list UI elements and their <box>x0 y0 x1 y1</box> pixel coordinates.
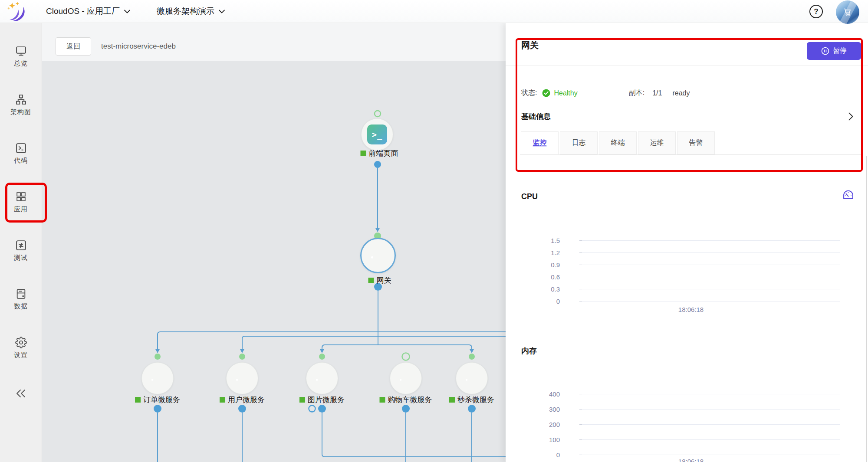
node-frontend[interactable]: >_ <box>361 118 393 151</box>
workspace-switcher[interactable]: 微服务架构演示 <box>157 6 225 17</box>
node-label-gateway: 网关 <box>368 275 391 285</box>
grid-row: 0 <box>525 297 840 305</box>
tab-monitoring[interactable]: 监控 <box>521 131 559 154</box>
workspace-title: 微服务架构演示 <box>157 6 214 17</box>
panel-tabs: 监控 日志 终端 运维 告警 <box>521 131 716 154</box>
gridline <box>582 394 840 394</box>
node-user[interactable] <box>226 362 258 394</box>
sidebar-item-label: 总览 <box>14 59 28 68</box>
sidebar-item-label: 架构图 <box>10 108 31 116</box>
grid-row: 200 <box>525 420 840 428</box>
chevron-down-icon <box>219 10 225 13</box>
replicas-value: 1/1 <box>652 89 662 97</box>
y-tick-label: 0 <box>525 451 560 459</box>
database-icon <box>15 288 27 300</box>
grid-row: 1.2 <box>525 249 840 256</box>
sidebar: 总览 架构图 代码 应用 测试 数据 设置 <box>0 23 42 462</box>
panel-title: 网关 <box>521 39 539 51</box>
node-label-user: 用户微服务 <box>220 395 265 405</box>
node-seckill[interactable] <box>456 362 488 394</box>
gridline <box>582 439 840 440</box>
y-tick-label: 0.3 <box>525 285 560 293</box>
node-label-image: 图片微服务 <box>299 395 345 405</box>
help-button[interactable]: ? <box>809 5 823 18</box>
docker-whale-icon <box>312 370 332 386</box>
docker-whale-icon <box>462 370 481 386</box>
replicas-label: 副本: <box>629 88 644 98</box>
pause-icon <box>821 47 829 55</box>
status-square-icon <box>220 397 225 403</box>
divider <box>506 65 868 66</box>
docker-whale-icon <box>233 370 252 386</box>
y-tick-label: 0.6 <box>525 273 560 281</box>
node-label-order: 订单微服务 <box>135 395 180 405</box>
sidebar-item-code[interactable]: 代码 <box>0 142 42 165</box>
monitor-icon <box>15 45 27 57</box>
app-header: CloudOS - 应用工厂 微服务架构演示 ? <box>0 0 868 23</box>
gridline <box>582 424 840 425</box>
tab-alerts[interactable]: 告警 <box>677 131 715 154</box>
docker-whale-icon <box>367 247 389 264</box>
status-value: Healthy <box>554 89 577 97</box>
sidebar-item-data[interactable]: 数据 <box>0 288 42 311</box>
cloudos-logo-icon <box>7 2 29 22</box>
help-glyph: ? <box>814 7 818 16</box>
connection-wires <box>42 61 506 462</box>
terminal-icon <box>15 142 27 154</box>
status-row: 状态: Healthy 副本: 1/1 ready <box>521 88 690 98</box>
sidebar-item-architecture[interactable]: 架构图 <box>0 94 42 116</box>
page-title: test-microservice-edeb <box>101 42 176 51</box>
sidebar-item-settings[interactable]: 设置 <box>0 337 42 359</box>
gridline <box>582 289 840 289</box>
x-tick-label: 18:06:18 <box>665 306 717 313</box>
gridline <box>582 455 840 455</box>
docker-whale-icon <box>396 370 415 386</box>
avatar[interactable] <box>836 0 859 24</box>
tab-terminal[interactable]: 终端 <box>599 131 637 154</box>
gauge-icon[interactable] <box>842 189 854 200</box>
grid-row: 300 <box>525 405 840 413</box>
status-square-icon <box>368 278 374 283</box>
docker-whale-icon <box>148 370 167 386</box>
y-tick-label: 100 <box>525 436 560 443</box>
node-order[interactable] <box>141 362 174 394</box>
grid-row: 100 <box>525 436 840 443</box>
tabs-baseline <box>520 154 861 155</box>
sidebar-item-test[interactable]: 测试 <box>0 239 42 262</box>
gridline <box>582 240 840 241</box>
sidebar-collapse-button[interactable] <box>0 389 42 398</box>
node-cart[interactable] <box>390 362 422 394</box>
gridline <box>582 265 840 265</box>
tab-logs[interactable]: 日志 <box>560 131 598 154</box>
y-tick-label: 1.2 <box>525 249 560 256</box>
node-image[interactable] <box>306 362 338 394</box>
node-gateway[interactable] <box>360 238 396 273</box>
sidebar-item-apps[interactable]: 应用 <box>0 191 42 213</box>
pause-button[interactable]: 暂停 <box>807 42 861 60</box>
sidebar-item-label: 代码 <box>14 157 28 165</box>
grid-row: 1.5 <box>525 236 840 244</box>
gridline <box>582 409 840 410</box>
y-tick-label: 400 <box>525 390 560 398</box>
detail-panel: 网关 暂停 状态: Healthy 副本: 1/1 ready 基础信息 监控 … <box>506 23 868 462</box>
y-tick-label: 200 <box>525 421 560 428</box>
gridline <box>582 252 840 253</box>
sidebar-item-overview[interactable]: 总览 <box>0 45 42 68</box>
app-switcher[interactable]: CloudOS - 应用工厂 <box>46 6 130 17</box>
page-toolbar: 返回 test-microservice-edeb <box>42 23 506 61</box>
sidebar-item-label: 数据 <box>14 302 28 311</box>
node-label-cart: 购物车微服务 <box>380 395 432 405</box>
sitemap-icon <box>15 94 27 105</box>
healthy-check-icon <box>542 89 550 97</box>
sidebar-item-label: 设置 <box>14 351 28 359</box>
y-tick-label: 0.9 <box>525 261 560 269</box>
status-square-icon <box>361 151 366 156</box>
panel-scrollbar[interactable] <box>866 156 867 462</box>
x-tick-label: 18:06:18 <box>665 458 717 462</box>
cpu-section-title: CPU <box>521 192 538 201</box>
back-button[interactable]: 返回 <box>56 37 91 56</box>
status-square-icon <box>380 397 385 403</box>
status-label: 状态: <box>521 88 537 98</box>
basic-info-toggle[interactable]: 基础信息 <box>521 111 853 121</box>
tab-ops[interactable]: 运维 <box>638 131 676 154</box>
